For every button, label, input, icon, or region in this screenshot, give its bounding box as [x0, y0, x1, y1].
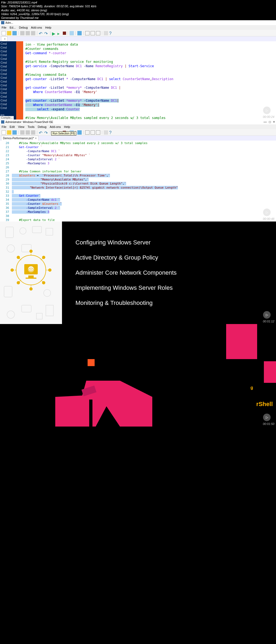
play-icon: ▷ — [263, 414, 271, 421]
menu-bar[interactable]: File Edit View Tools Debug Add-ons Help — [0, 124, 276, 129]
stop-icon[interactable] — [63, 32, 66, 35]
video-line: Video: h264, yuv420p, 1280x720, 30.00 fp… — [1, 12, 275, 16]
maximize-icon[interactable]: □ — [269, 120, 271, 124]
menu-tools[interactable]: Tools — [27, 125, 34, 128]
undo-icon[interactable]: ↶ — [39, 31, 43, 35]
minimize-icon[interactable]: — — [264, 120, 267, 124]
help-icon[interactable]: ? — [109, 130, 113, 135]
svg-point-27 — [17, 281, 20, 284]
run-selection-icon[interactable]: ▸ — [57, 31, 62, 35]
menu-edit[interactable]: Ed... — [10, 26, 16, 29]
new-tab-icon[interactable] — [77, 130, 82, 135]
menu-edit[interactable]: Edit — [10, 125, 15, 128]
menu-addons[interactable]: Add-ons — [50, 125, 61, 128]
menu-debug[interactable]: Debug — [19, 26, 27, 29]
topic-item: Active Directory & Group Policy — [75, 254, 271, 261]
toolbar: ↶ ↷ ▶ ▸ ? — [0, 129, 276, 136]
close-icon[interactable]: × — [35, 137, 37, 140]
script-tab[interactable]: Demos-Performance.ps1*× — [1, 136, 39, 141]
open-icon[interactable] — [7, 130, 11, 135]
close-icon[interactable]: × — [4, 38, 6, 40]
menu-file[interactable]: File — [2, 125, 6, 128]
redo-icon[interactable]: ↷ — [44, 130, 49, 135]
svg-rect-31 — [26, 278, 36, 279]
svg-point-22 — [30, 288, 32, 290]
cmd-addon-icon[interactable] — [104, 31, 108, 35]
new-icon[interactable] — [2, 130, 6, 135]
completions-label: Comple... — [0, 116, 14, 120]
menu-debug[interactable]: Debug — [38, 125, 46, 128]
menu-file[interactable]: File — [2, 26, 6, 29]
size-line: Size: 7969234 bytes (7.60 MiB), duration… — [1, 4, 275, 8]
menu-help[interactable]: Help — [45, 26, 51, 29]
line-gutter: 202122 232425 262728 293031 323334 35363… — [0, 141, 11, 222]
save-icon[interactable] — [12, 31, 17, 35]
thumbnail-panel-1: Adm... File Ed... Debug Add-ons Help ↶ ↷… — [0, 20, 276, 120]
svg-rect-0 — [5, 227, 13, 238]
tab-bar: × — [0, 36, 276, 41]
pink-polygon — [55, 381, 152, 427]
window-titlebar: Administrator: Windows PowerShell ISE — … — [0, 120, 276, 124]
svg-point-25 — [17, 256, 20, 259]
menu-view[interactable]: View — [18, 125, 25, 128]
window-title: Adm... — [5, 21, 13, 24]
layout1-icon[interactable] — [85, 31, 89, 35]
layout3-icon[interactable] — [96, 31, 100, 35]
app-icon — [1, 120, 4, 124]
svg-rect-30 — [28, 275, 34, 278]
tab-bar: Demos-Performance.ps1*× — [0, 136, 276, 141]
new-tab-icon[interactable] — [77, 31, 82, 35]
copy-icon[interactable] — [26, 31, 30, 35]
run-icon[interactable]: ▶ — [52, 31, 56, 35]
topic-item: Implementing Windows Server Roles — [75, 284, 271, 291]
svg-rect-6 — [4, 286, 12, 297]
svg-point-7 — [44, 289, 51, 297]
svg-point-23 — [11, 269, 13, 271]
yellow-text-rshell: rShell — [256, 401, 273, 408]
svg-point-26 — [42, 281, 45, 284]
script-tab[interactable]: × — [1, 36, 8, 41]
copy-icon[interactable] — [26, 130, 30, 135]
svg-rect-11 — [36, 313, 42, 319]
layout2-icon[interactable] — [91, 130, 95, 135]
undo-icon[interactable]: ↶ — [39, 130, 43, 135]
orange-square — [88, 359, 95, 366]
audio-line: Audio: aac, 44100 Hz, stereo (eng) — [1, 8, 275, 12]
menu-help[interactable]: Help — [64, 125, 70, 128]
timestamp-1: 00:00:24 — [263, 115, 274, 118]
window-titlebar: Adm... — [0, 20, 276, 25]
file-info-header: File: 20160822183011.mp4 Size: 7969234 b… — [0, 0, 276, 20]
help-icon[interactable]: ? — [109, 31, 113, 35]
close-icon[interactable]: × — [273, 120, 275, 124]
app-icon — [1, 21, 4, 24]
file-line: File: 20160822183011.mp4 — [1, 1, 275, 4]
tooltip: Run Selection (F8) — [51, 131, 76, 135]
save-icon[interactable] — [12, 130, 17, 135]
script-editor[interactable]: ion - View performance data #Counter com… — [23, 41, 276, 120]
thumbnail-panel-2: Administrator: Windows PowerShell ISE — … — [0, 120, 276, 222]
svg-point-24 — [49, 269, 51, 271]
menu-bar[interactable]: File Ed... Debug Add-ons Help — [0, 25, 276, 30]
layout1-icon[interactable] — [85, 130, 89, 135]
timestamp-3: 00:01:12 — [263, 320, 274, 323]
cut-icon[interactable] — [20, 31, 25, 35]
layout2-icon[interactable] — [91, 31, 95, 35]
cmd-addon-icon[interactable] — [104, 130, 108, 135]
paste-icon[interactable] — [31, 31, 35, 35]
cut-icon[interactable] — [20, 130, 25, 135]
pink-bar-1 — [264, 361, 276, 383]
console-pane[interactable]: CmdCmd CmdCmd CmdCmd CmdCmd CmdCmd CmdCm… — [0, 41, 16, 120]
menu-addons[interactable]: Add-ons — [31, 26, 42, 29]
script-editor[interactable]: #View Memory\Available MBytes sampled ev… — [11, 141, 276, 222]
svg-point-1 — [20, 228, 26, 234]
open-icon[interactable] — [7, 31, 11, 35]
redo-icon[interactable]: ↷ — [44, 31, 49, 35]
layout3-icon[interactable] — [96, 130, 100, 135]
svg-rect-8 — [22, 305, 31, 312]
svg-point-10 — [7, 311, 15, 318]
remote-icon[interactable] — [70, 31, 74, 35]
paste-icon[interactable] — [31, 130, 35, 135]
svg-point-28 — [42, 256, 45, 259]
pink-square-1 — [226, 324, 257, 359]
new-icon[interactable] — [2, 31, 6, 35]
